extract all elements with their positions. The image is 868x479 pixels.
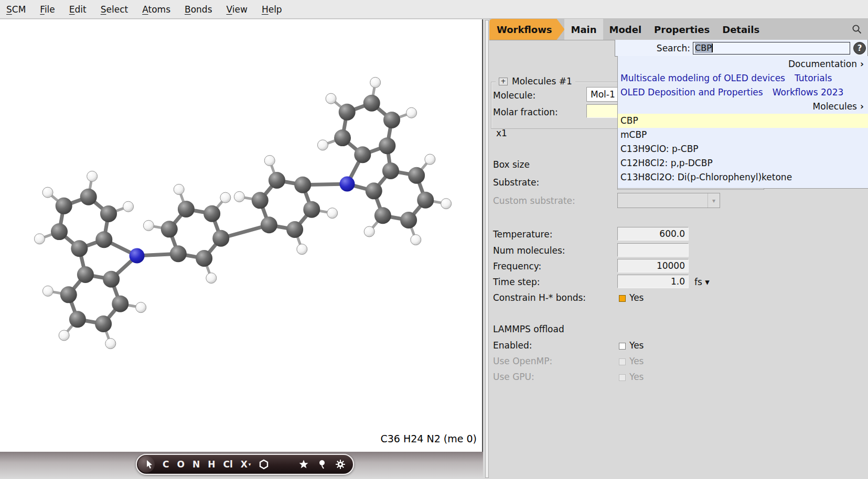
hydrogen-atom[interactable]: [123, 201, 134, 212]
carbon-atom[interactable]: [56, 198, 72, 214]
carbon-atom[interactable]: [261, 216, 277, 233]
molecule-viewer[interactable]: C36 H24 N2 (me 0): [0, 19, 483, 452]
time-step-unit-dropdown[interactable]: fs ▾: [694, 277, 710, 287]
carbon-atom[interactable]: [95, 315, 112, 332]
carbon-atom[interactable]: [212, 230, 229, 247]
hydrogen-atom[interactable]: [143, 220, 154, 231]
element-o-button[interactable]: O: [177, 460, 184, 469]
hydrogen-atom[interactable]: [370, 77, 381, 88]
help-button[interactable]: ?: [853, 42, 866, 55]
hydrogen-atom[interactable]: [406, 107, 417, 118]
hydrogen-atom[interactable]: [206, 273, 217, 284]
constrain-bonds-checkbox[interactable]: [619, 295, 626, 302]
settings-gear-icon[interactable]: [335, 459, 346, 470]
carbon-atom[interactable]: [71, 240, 88, 257]
carbon-atom[interactable]: [374, 207, 391, 224]
hydrogen-atom[interactable]: [87, 171, 98, 181]
tab-properties[interactable]: Properties: [648, 19, 716, 40]
carbon-atom[interactable]: [400, 212, 417, 228]
carbon-atom[interactable]: [363, 95, 380, 112]
balloon-tool-icon[interactable]: [317, 459, 327, 470]
hydrogen-atom[interactable]: [326, 93, 336, 104]
search-input[interactable]: CBP: [693, 42, 850, 55]
carbon-atom[interactable]: [170, 245, 187, 262]
hydrogen-atom[interactable]: [297, 244, 307, 255]
molecule-3d-model[interactable]: [0, 19, 482, 451]
hydrogen-atom[interactable]: [234, 191, 244, 202]
hydrogen-atom[interactable]: [317, 140, 328, 150]
carbon-atom[interactable]: [382, 162, 399, 179]
num-molecules-input[interactable]: [617, 243, 689, 257]
carbon-atom[interactable]: [339, 104, 356, 121]
element-n-button[interactable]: N: [192, 460, 200, 469]
carbon-atom[interactable]: [203, 205, 220, 222]
hydrogen-atom[interactable]: [174, 184, 184, 194]
dropdown-item[interactable]: CBP: [618, 114, 868, 128]
carbon-atom[interactable]: [417, 192, 434, 209]
ring-tool-icon[interactable]: [259, 459, 269, 470]
hydrogen-atom[interactable]: [42, 286, 53, 296]
carbon-atom[interactable]: [100, 205, 117, 222]
carbon-atom[interactable]: [354, 146, 371, 163]
menu-item-bonds[interactable]: Bonds: [185, 4, 212, 15]
menu-item-select[interactable]: Select: [101, 4, 128, 15]
carbon-atom[interactable]: [286, 221, 303, 238]
dropdown-item[interactable]: C13H9ClO: p-CBP: [618, 142, 868, 156]
dropdown-link[interactable]: Tutorials: [795, 73, 832, 83]
hydrogen-atom[interactable]: [327, 208, 338, 219]
nitrogen-atom[interactable]: [340, 177, 355, 192]
carbon-atom[interactable]: [103, 271, 120, 288]
tab-workflows[interactable]: Workflows: [489, 19, 564, 40]
menu-item-help[interactable]: Help: [262, 4, 282, 15]
nitrogen-atom[interactable]: [130, 248, 145, 264]
tab-details[interactable]: Details: [716, 19, 766, 40]
element-x-button[interactable]: X▾: [241, 460, 251, 469]
carbon-atom[interactable]: [294, 177, 311, 193]
structures-tool-icon[interactable]: [298, 459, 309, 470]
element-h-button[interactable]: H: [208, 460, 215, 469]
carbon-atom[interactable]: [80, 189, 97, 205]
dropdown-item[interactable]: mCBP: [618, 128, 868, 142]
search-icon[interactable]: [851, 24, 863, 37]
carbon-atom[interactable]: [383, 112, 400, 128]
carbon-atom[interactable]: [366, 182, 382, 199]
carbon-atom[interactable]: [379, 137, 395, 154]
hydrogen-atom[interactable]: [220, 192, 231, 203]
hydrogen-atom[interactable]: [411, 235, 421, 245]
menu-item-edit[interactable]: Edit: [69, 4, 87, 15]
dropdown-item[interactable]: C13H8Cl2O: Di(p-Chlorophenyl)ketone: [618, 170, 868, 184]
carbon-atom[interactable]: [161, 221, 178, 237]
tab-model[interactable]: Model: [603, 19, 648, 40]
element-cl-button[interactable]: Cl: [223, 460, 232, 469]
carbon-atom[interactable]: [77, 266, 94, 283]
hydrogen-atom[interactable]: [264, 155, 275, 166]
dropdown-link[interactable]: Multiscale modeling of OLED devices: [620, 73, 785, 83]
panel-splitter[interactable]: [485, 20, 489, 478]
carbon-atom[interactable]: [95, 231, 112, 248]
add-molecule-button[interactable]: +: [499, 78, 508, 85]
hydrogen-atom[interactable]: [364, 226, 374, 237]
menu-item-atoms[interactable]: Atoms: [142, 4, 170, 15]
carbon-atom[interactable]: [334, 129, 351, 146]
dropdown-section-molecules[interactable]: Molecules›: [618, 100, 868, 114]
dropdown-link[interactable]: Workflows 2023: [773, 87, 844, 97]
time-step-input[interactable]: 1.0: [617, 275, 689, 288]
menu-item-view[interactable]: View: [227, 4, 248, 15]
tab-main[interactable]: Main: [564, 19, 603, 40]
pointer-tool-icon[interactable]: [144, 459, 155, 470]
carbon-atom[interactable]: [408, 167, 425, 184]
hydrogen-atom[interactable]: [59, 330, 69, 341]
carbon-atom[interactable]: [69, 311, 86, 328]
hydrogen-atom[interactable]: [42, 187, 53, 198]
hydrogen-atom[interactable]: [441, 199, 452, 209]
dropdown-section-documentation[interactable]: Documentation›: [618, 57, 868, 71]
frequency-input[interactable]: 10000: [617, 259, 689, 273]
dropdown-link[interactable]: OLED Deposition and Properties: [620, 87, 763, 97]
enabled-checkbox[interactable]: [619, 343, 626, 350]
carbon-atom[interactable]: [252, 192, 269, 209]
hydrogen-atom[interactable]: [425, 154, 435, 165]
carbon-atom[interactable]: [60, 286, 77, 303]
element-c-button[interactable]: C: [163, 460, 169, 469]
carbon-atom[interactable]: [51, 223, 68, 240]
menu-item-file[interactable]: File: [40, 4, 55, 15]
